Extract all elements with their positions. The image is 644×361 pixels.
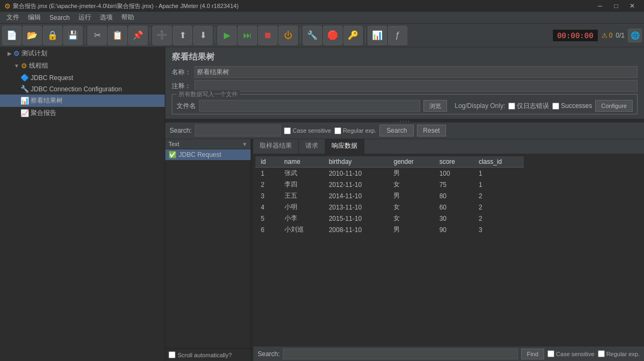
bottom-search-label: Search: [258, 350, 280, 358]
sidebar-item-result-tree[interactable]: 📊 察看结果树 [0, 95, 165, 107]
errors-checkbox[interactable] [508, 103, 515, 110]
bottom-case-checkbox[interactable] [547, 350, 554, 357]
menu-search[interactable]: Search [45, 12, 74, 24]
bottom-search-input[interactable] [283, 349, 517, 359]
browse-button[interactable]: 浏览 [423, 100, 447, 112]
case-sensitive-checkbox[interactable] [284, 127, 291, 134]
tab-request[interactable]: 请求 [299, 139, 325, 154]
save-button[interactable]: 💾 [63, 26, 83, 45]
find-button[interactable]: Find [521, 349, 544, 359]
close-button[interactable]: ✕ [625, 0, 640, 12]
request-list-header: Text ▼ [165, 139, 251, 149]
file-label: 文件名 [177, 102, 196, 111]
content-area: 察看结果树 名称： 注释： 所有数据写入一个文件 文件名 浏览 Log/Disp… [165, 47, 644, 361]
remote-stop-button[interactable]: 🛑 [323, 26, 342, 45]
menu-edit[interactable]: 编辑 [24, 12, 45, 24]
file-section: 所有数据写入一个文件 文件名 浏览 Log/Display Only: 仅日志错… [172, 94, 638, 114]
move-up-button[interactable]: ⬆ [173, 26, 192, 45]
minimize-button[interactable]: ─ [592, 0, 608, 12]
new-button[interactable]: 📄 [2, 26, 21, 45]
table-cell: 100 [434, 168, 473, 179]
regular-exp-check[interactable]: Regular exp. [334, 127, 376, 134]
table-cell: 张武 [279, 168, 324, 179]
successes-label: Successes [561, 102, 592, 110]
separator-1 [85, 27, 85, 44]
file-input[interactable] [199, 100, 420, 112]
table-row[interactable]: 3王五2014-11-10男802 [255, 190, 524, 201]
paste-button[interactable]: 📌 [128, 26, 148, 45]
reset-button[interactable]: Reset [417, 125, 445, 136]
sidebar-label-jdbc-config: JDBC Connection Configuration [31, 85, 122, 93]
global-button[interactable]: 🌐 [628, 28, 642, 42]
bottom-regular-exp[interactable]: Regular exp. [598, 350, 640, 357]
name-label: 名称： [172, 68, 191, 77]
maximize-button[interactable]: □ [609, 0, 624, 12]
cut-button[interactable]: ✂ [87, 26, 107, 45]
errors-check-wrapper[interactable]: 仅日志错误 [508, 102, 549, 111]
table-cell: 王五 [279, 190, 324, 201]
menu-options[interactable]: 选项 [96, 12, 117, 24]
table-cell: 2008-11-10 [324, 224, 389, 235]
timer-display: 00:00:00 [552, 29, 598, 42]
search-button[interactable]: Search [379, 125, 414, 136]
bottom-regexp-checkbox[interactable] [598, 350, 605, 357]
table-cell: 小明 [279, 201, 324, 213]
sidebar-item-test-plan[interactable]: ▶ ⚙ 测试计划 [0, 47, 165, 60]
sidebar-item-thread-group[interactable]: ▼ ⚙ 线程组 [0, 60, 165, 72]
table-cell: 2 [473, 190, 524, 201]
function-button[interactable]: ƒ [388, 26, 407, 45]
sidebar-label-aggregate-report: 聚合报告 [31, 109, 56, 118]
table-cell: 6 [255, 224, 279, 235]
table-cell: 90 [434, 224, 473, 235]
sidebar-item-aggregate-report[interactable]: 📈 聚合报告 [0, 107, 165, 119]
search-input[interactable] [195, 125, 281, 136]
remote-start-button[interactable]: 🔧 [303, 26, 322, 45]
stop-button[interactable]: ⏹ [258, 26, 277, 45]
scroll-auto-checkbox[interactable] [169, 351, 175, 358]
open-button[interactable]: 📂 [23, 26, 42, 45]
menu-file[interactable]: 文件 [2, 12, 24, 24]
separator-5 [365, 27, 365, 44]
sidebar-item-jdbc-request[interactable]: 🔷 JDBC Request [0, 72, 165, 83]
table-cell: 女 [388, 179, 434, 190]
table-cell: 2010-11-10 [324, 168, 389, 179]
tab-sampler-result[interactable]: 取样器结果 [253, 139, 299, 154]
table-row[interactable]: 6小刘巡2008-11-10男903 [255, 224, 524, 235]
report-icon: 📈 [20, 109, 29, 117]
start-no-pause-button[interactable]: ⏭ [238, 26, 257, 45]
menu-run[interactable]: 运行 [74, 12, 96, 24]
table-row[interactable]: 2李四2012-11-10女751 [255, 179, 524, 190]
sidebar-label-test-plan: 测试计划 [21, 49, 47, 58]
sidebar-item-jdbc-config[interactable]: 🔧 JDBC Connection Configuration [0, 83, 165, 95]
shutdown-button[interactable]: ⏻ [279, 26, 298, 45]
case-sensitive-check[interactable]: Case sensitive [284, 127, 331, 134]
table-row[interactable]: 4小明2013-11-10女602 [255, 201, 524, 213]
name-input[interactable] [194, 66, 638, 78]
add-button[interactable]: ➕ [152, 26, 172, 45]
move-down-button[interactable]: ⬇ [193, 26, 213, 45]
table-cell: 4 [255, 201, 279, 213]
copy-button[interactable]: 📋 [108, 26, 127, 45]
bottom-case-sensitive[interactable]: Case sensitive [547, 350, 595, 357]
menu-bar: 文件 编辑 Search 运行 选项 帮助 [0, 12, 644, 24]
plan-icon: ⚙ [13, 49, 20, 57]
col-header-score: score [434, 156, 473, 168]
start-button[interactable]: ▶ [217, 26, 237, 45]
successes-check-wrapper[interactable]: Successes [552, 102, 592, 110]
regular-exp-checkbox[interactable] [334, 127, 341, 134]
configure-button[interactable]: Configure [595, 100, 633, 112]
column-dropdown-icon[interactable]: ▼ [242, 141, 247, 147]
tab-response-data[interactable]: 响应数据 [325, 139, 364, 154]
log-viewer-button[interactable]: 📊 [368, 26, 387, 45]
successes-checkbox[interactable] [552, 103, 559, 110]
save-template-button[interactable]: 🔒 [43, 26, 62, 45]
menu-help[interactable]: 帮助 [117, 12, 138, 24]
remote-shutdown-button[interactable]: 🔑 [343, 26, 363, 45]
request-item-jdbc[interactable]: ✅ JDBC Request [165, 149, 251, 160]
table-row[interactable]: 1张武2010-11-10男1001 [255, 168, 524, 179]
table-row[interactable]: 5小李2015-11-10女302 [255, 213, 524, 224]
comment-input[interactable] [194, 80, 638, 92]
table-cell: 3 [255, 190, 279, 201]
errors-label: 仅日志错误 [517, 102, 549, 111]
main-layout: ▶ ⚙ 测试计划 ▼ ⚙ 线程组 🔷 JDBC Request 🔧 JDBC C… [0, 47, 644, 361]
